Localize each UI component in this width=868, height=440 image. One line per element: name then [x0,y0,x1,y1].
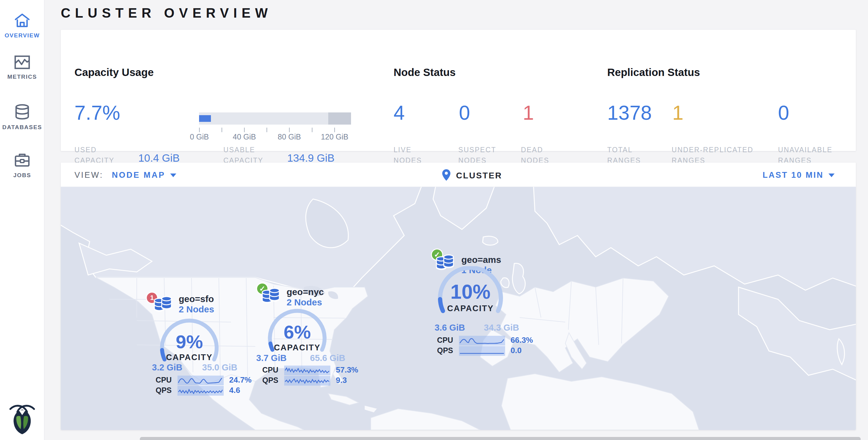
dead-nodes-count: 1 [523,103,534,123]
world-map[interactable]: 1 geo=sfo 2 Nodes [61,187,856,430]
capacity-usage-percent: 7.7% [74,103,120,123]
cpu-row: CPU66.3% [437,336,533,346]
qps-label: QPS [156,386,178,395]
locality-name: geo=sfo [179,294,214,304]
usable-capacity-value: 134.9 GiB [287,152,335,164]
used-capacity-value: 10.4 GiB [138,152,180,164]
capacity-caption: CAPACITY [156,353,223,362]
capacity-bar-ticks [199,128,351,132]
capacity-percent: 9% [156,331,223,352]
capacity-percent: 6% [264,321,331,343]
briefcase-icon [14,153,30,169]
view-label: VIEW: [74,170,103,180]
cpu-value: 57.3% [336,365,358,375]
total-ranges-count: 1378 [607,103,652,123]
capacity-caption: CAPACITY [434,304,507,313]
capacity-bar-used [199,115,211,122]
chevron-down-icon [829,174,835,177]
sidebar-item-databases[interactable]: DATABASES [0,104,44,131]
live-nodes-count: 4 [394,103,405,123]
database-stack-icon [260,287,281,308]
cpu-label: CPU [262,366,284,374]
cpu-label: CPU [156,376,178,384]
page-title: CLUSTER OVERVIEW [61,5,272,21]
time-range-selector[interactable]: LAST 10 MIN [763,170,835,180]
qps-value: 0.0 [510,346,522,355]
qps-value: 4.6 [229,386,240,395]
map-node-sfo[interactable]: 1 geo=sfo 2 Nodes [146,290,246,418]
sidebar-item-label: JOBS [0,172,44,179]
used-gib: 3.2 GiB [152,363,182,373]
capacity-caption: CAPACITY [264,343,331,352]
sidebar-item-overview[interactable]: OVERVIEW [0,13,44,39]
chevron-down-icon [170,174,176,177]
node-count: 2 Nodes [179,304,214,315]
cpu-sparkline [178,376,224,385]
home-icon [14,13,30,29]
horizontal-scrollbar[interactable] [140,437,861,440]
location-pin-icon [442,177,452,182]
capacity-gauge: 10% CAPACITY [434,266,507,332]
used-gib: 3.6 GiB [435,323,465,333]
sidebar-item-label: METRICS [0,73,44,80]
breadcrumb-cluster[interactable]: CLUSTER [456,171,502,180]
sidebar-item-label: OVERVIEW [0,32,44,39]
unavailable-ranges-count: 0 [778,103,789,123]
cpu-value: 24.7% [229,375,252,385]
sidebar-item-jobs[interactable]: JOBS [0,153,44,179]
sidebar: OVERVIEW METRICS DATABASES [0,0,44,440]
capacity-bar-nonusable [328,113,351,125]
view-selector[interactable]: NODE MAP [112,170,176,180]
qps-row: QPS0.0 [437,346,522,356]
used-gib: 3.7 GiB [256,353,287,363]
qps-sparkline [284,376,330,386]
map-node-nyc[interactable]: ✓ geo=nyc 2 Nodes [254,283,357,404]
sidebar-item-metrics[interactable]: METRICS [0,55,44,80]
metrics-icon [14,55,30,70]
breadcrumb: CLUSTER [442,169,502,182]
capacity-usage-title: Capacity Usage [74,66,154,78]
qps-sparkline [459,346,505,356]
total-gib: 65.6 GiB [310,353,345,363]
cpu-sparkline [459,336,505,345]
map-view-toolbar: VIEW: NODE MAP CLUSTER LAST 10 MIN [61,163,856,187]
cpu-value: 66.3% [510,336,533,345]
node-status-title: Node Status [394,66,456,78]
database-stack-icon [153,295,173,316]
cpu-row: CPU24.7% [156,375,252,386]
qps-sparkline [178,386,224,396]
qps-label: QPS [437,346,459,355]
cockroachdb-logo [8,403,36,435]
node-count: 2 Nodes [287,297,322,308]
node-map-card: VIEW: NODE MAP CLUSTER LAST 10 MIN [61,163,856,430]
replication-status-title: Replication Status [607,66,700,78]
qps-value: 9.3 [336,376,347,385]
cpu-row: CPU57.3% [262,365,358,376]
locality-name: geo=ams [461,255,501,265]
cpu-sparkline [284,366,330,375]
qps-row: QPS4.6 [156,386,240,396]
database-icon [14,104,30,121]
capacity-bar [199,113,351,125]
cpu-label: CPU [437,336,459,345]
locality-name: geo=nyc [287,287,324,297]
sidebar-item-label: DATABASES [0,124,44,131]
cluster-summary-card: Capacity Usage 7.7% 0 GiB 40 GiB 80 GiB … [61,30,856,151]
capacity-percent: 10% [434,280,507,303]
qps-label: QPS [262,376,284,385]
total-gib: 34.3 GiB [484,323,519,333]
total-gib: 35.0 GiB [202,363,237,373]
map-node-ams[interactable]: ✓ geo=ams 1 Node [426,249,532,376]
qps-row: QPS9.3 [262,376,347,386]
under-replicated-count: 1 [672,103,684,123]
suspect-nodes-count: 0 [459,103,470,123]
